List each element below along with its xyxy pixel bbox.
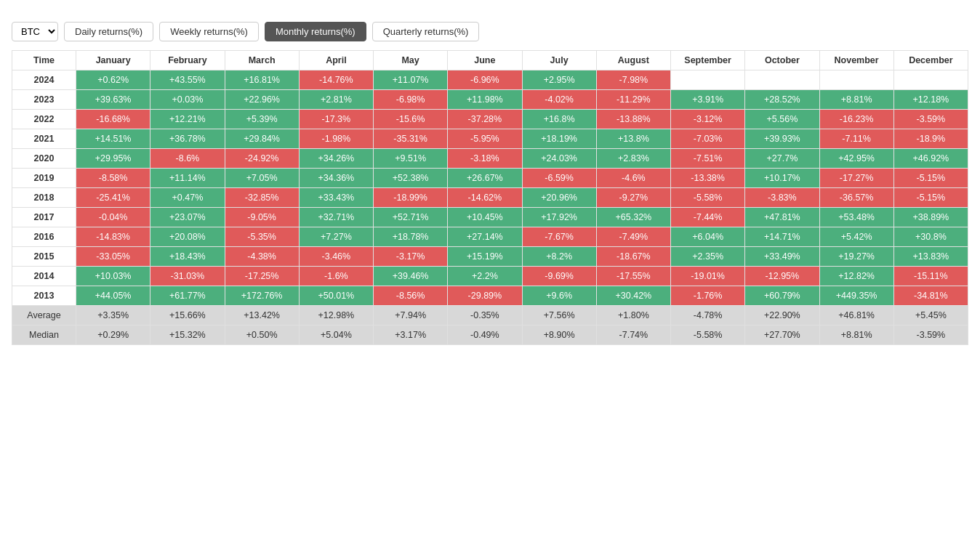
value-cell: +23.07% — [150, 208, 225, 227]
value-cell: -17.27% — [819, 169, 893, 188]
col-header-february: February — [150, 51, 225, 70]
value-cell: -18.67% — [596, 247, 670, 267]
value-cell: +34.36% — [299, 169, 373, 188]
value-cell: -6.98% — [374, 90, 448, 110]
value-cell: +18.43% — [150, 247, 225, 267]
asset-select[interactable]: BTC — [12, 22, 58, 41]
value-cell: +2.35% — [671, 247, 745, 267]
value-cell: +26.67% — [448, 169, 522, 188]
table-header: TimeJanuaryFebruaryMarchAprilMayJuneJuly… — [12, 51, 968, 70]
col-header-time: Time — [12, 51, 76, 70]
col-header-august: August — [596, 51, 670, 70]
median-cell: -3.59% — [893, 325, 968, 345]
value-cell: -8.56% — [374, 286, 448, 306]
value-cell: +53.48% — [819, 208, 893, 227]
value-cell: -6.96% — [448, 70, 522, 90]
median-cell: +8.90% — [522, 325, 596, 345]
table-row: 2017-0.04%+23.07%-9.05%+32.71%+52.71%+10… — [12, 208, 968, 227]
value-cell: -16.23% — [819, 110, 893, 129]
returns-table: TimeJanuaryFebruaryMarchAprilMayJuneJuly… — [12, 50, 968, 345]
average-row: Average+3.35%+15.66%+13.42%+12.98%+7.94%… — [12, 306, 968, 325]
value-cell: -5.15% — [893, 188, 968, 208]
value-cell: -31.03% — [150, 267, 225, 286]
value-cell: +29.95% — [76, 149, 150, 169]
value-cell: -17.25% — [225, 267, 299, 286]
value-cell: +52.71% — [374, 208, 448, 227]
year-cell: 2021 — [12, 129, 76, 149]
col-header-may: May — [374, 51, 448, 70]
median-cell: +0.29% — [76, 325, 150, 345]
value-cell: +172.76% — [225, 286, 299, 306]
value-cell: +8.81% — [819, 90, 893, 110]
value-cell: -7.44% — [671, 208, 745, 227]
table-row: 2014+10.03%-31.03%-17.25%-1.6%+39.46%+2.… — [12, 267, 968, 286]
value-cell: -3.83% — [745, 188, 819, 208]
value-cell: +29.84% — [225, 129, 299, 149]
value-cell: -3.17% — [374, 247, 448, 267]
median-cell: -7.74% — [596, 325, 670, 345]
value-cell: +12.21% — [150, 110, 225, 129]
value-cell: +0.62% — [76, 70, 150, 90]
value-cell: -4.6% — [596, 169, 670, 188]
value-cell: +2.2% — [448, 267, 522, 286]
value-cell: +18.19% — [522, 129, 596, 149]
value-cell: -8.6% — [150, 149, 225, 169]
col-header-april: April — [299, 51, 373, 70]
value-cell: -15.11% — [893, 267, 968, 286]
col-header-march: March — [225, 51, 299, 70]
col-header-september: September — [671, 51, 745, 70]
average-cell: +3.35% — [76, 306, 150, 325]
value-cell: -18.9% — [893, 129, 968, 149]
median-cell: -5.58% — [671, 325, 745, 345]
value-cell: -9.27% — [596, 188, 670, 208]
value-cell: +11.07% — [374, 70, 448, 90]
value-cell: +34.26% — [299, 149, 373, 169]
value-cell — [893, 70, 968, 90]
median-row: Median+0.29%+15.32%+0.50%+5.04%+3.17%-0.… — [12, 325, 968, 345]
year-cell: 2020 — [12, 149, 76, 169]
value-cell: -3.18% — [448, 149, 522, 169]
tab-daily[interactable]: Daily returns(%) — [64, 22, 153, 41]
year-cell: 2016 — [12, 227, 76, 247]
value-cell: -13.88% — [596, 110, 670, 129]
value-cell: +65.32% — [596, 208, 670, 227]
value-cell: +44.05% — [76, 286, 150, 306]
value-cell: -7.49% — [596, 227, 670, 247]
value-cell: +47.81% — [745, 208, 819, 227]
average-cell: -0.35% — [448, 306, 522, 325]
value-cell: +52.38% — [374, 169, 448, 188]
tab-weekly[interactable]: Weekly returns(%) — [159, 22, 259, 41]
average-cell: +46.81% — [819, 306, 893, 325]
toolbar: BTC Daily returns(%) Weekly returns(%) M… — [12, 22, 968, 41]
value-cell: -11.29% — [596, 90, 670, 110]
value-cell: -37.28% — [448, 110, 522, 129]
tab-quarterly[interactable]: Quarterly returns(%) — [372, 22, 480, 41]
table-row: 2016-14.83%+20.08%-5.35%+7.27%+18.78%+27… — [12, 227, 968, 247]
year-cell: 2015 — [12, 247, 76, 267]
value-cell: +19.27% — [819, 247, 893, 267]
value-cell: -16.68% — [76, 110, 150, 129]
value-cell: +17.92% — [522, 208, 596, 227]
value-cell: +14.51% — [76, 129, 150, 149]
value-cell: +42.95% — [819, 149, 893, 169]
value-cell: +9.6% — [522, 286, 596, 306]
year-cell: 2024 — [12, 70, 76, 90]
average-cell: +22.90% — [745, 306, 819, 325]
value-cell: +33.49% — [745, 247, 819, 267]
value-cell: +13.83% — [893, 247, 968, 267]
value-cell — [671, 70, 745, 90]
year-cell: 2017 — [12, 208, 76, 227]
value-cell: -32.85% — [225, 188, 299, 208]
value-cell: -18.99% — [374, 188, 448, 208]
year-cell: 2022 — [12, 110, 76, 129]
median-cell: +0.50% — [225, 325, 299, 345]
value-cell: +18.78% — [374, 227, 448, 247]
value-cell: -12.95% — [745, 267, 819, 286]
table-row: 2022-16.68%+12.21%+5.39%-17.3%-15.6%-37.… — [12, 110, 968, 129]
tab-monthly[interactable]: Monthly returns(%) — [265, 22, 366, 41]
value-cell: +28.52% — [745, 90, 819, 110]
value-cell: +12.18% — [893, 90, 968, 110]
value-cell: -36.57% — [819, 188, 893, 208]
value-cell: +5.42% — [819, 227, 893, 247]
value-cell: +5.39% — [225, 110, 299, 129]
